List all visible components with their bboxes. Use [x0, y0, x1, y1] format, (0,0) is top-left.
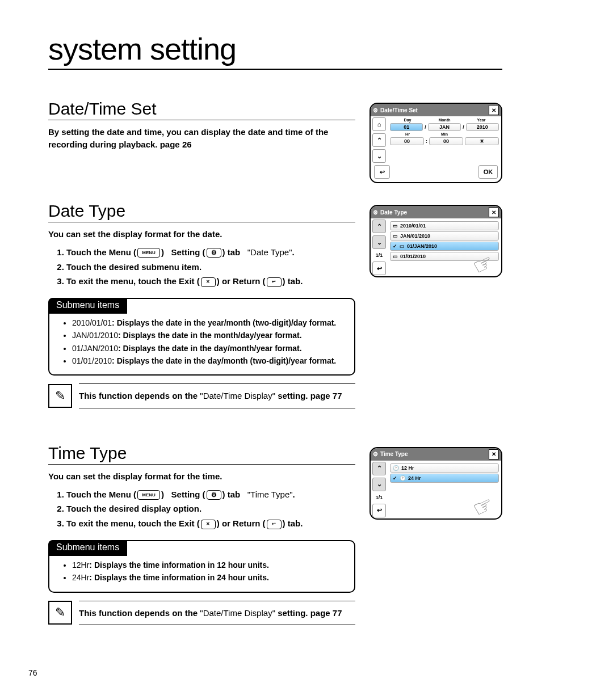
- close-icon[interactable]: ✕: [489, 449, 499, 459]
- lcd-time-type: ⚙Time Type ✕ ⌃ ⌄ 1/1 ↩ 🕐12 Hr ✓🕐24 Hr: [370, 447, 502, 520]
- page-indicator: 1/1: [371, 492, 388, 503]
- gear-icon: ⚙: [373, 451, 378, 457]
- date-type-note: This function depends on the "Date/Time …: [79, 383, 355, 408]
- close-icon[interactable]: ✕: [489, 105, 499, 115]
- exit-icon: ✕: [201, 277, 216, 287]
- page-title: system setting: [48, 31, 502, 70]
- heading-date-type: Date Type: [48, 201, 355, 222]
- time-type-steps: Touch the Menu (MENU) Setting (⚙) tab "T…: [48, 488, 355, 530]
- up-button[interactable]: ⌃: [372, 133, 386, 147]
- lcd-datetime-set: ⚙Date/Time Set ✕ ⌂ ⌃ ⌄ DayMonthYear 01/ …: [370, 103, 502, 183]
- gear-icon: ⚙: [373, 107, 378, 113]
- close-icon[interactable]: ✕: [489, 207, 499, 217]
- down-button[interactable]: ⌄: [372, 478, 386, 491]
- heading-datetime-set: Date/Time Set: [48, 99, 355, 120]
- up-button[interactable]: ⌃: [372, 462, 386, 475]
- menu-icon: MENU: [137, 490, 160, 500]
- page-indicator: 1/1: [371, 250, 388, 260]
- submenu-label: Submenu items: [48, 298, 127, 314]
- ok-button[interactable]: OK: [478, 165, 498, 179]
- list-item[interactable]: ✓▭01/JAN/2010: [390, 242, 499, 251]
- page-number: 76: [28, 668, 37, 671]
- time-type-note: This function depends on the "Date/Time …: [79, 601, 355, 626]
- field-day[interactable]: 01: [390, 123, 423, 131]
- date-type-intro: You can set the display format for the d…: [48, 228, 355, 241]
- note-icon: ✎: [48, 384, 72, 408]
- return-icon: ↩: [267, 277, 282, 287]
- list-item[interactable]: ▭JAN/01/2010: [390, 231, 499, 241]
- return-button[interactable]: ↩: [372, 262, 386, 275]
- field-hr[interactable]: 00: [390, 137, 424, 145]
- gear-icon: ⚙: [207, 490, 221, 500]
- down-button[interactable]: ⌄: [372, 235, 386, 249]
- list-item[interactable]: ▭01/01/2010: [390, 252, 499, 261]
- list-item[interactable]: ▭2010/01/01: [390, 221, 499, 230]
- down-button[interactable]: ⌄: [372, 149, 386, 163]
- return-icon: ↩: [267, 520, 282, 529]
- list-item[interactable]: 🕐12 Hr: [390, 463, 499, 473]
- submenu-label: Submenu items: [48, 540, 127, 556]
- field-year[interactable]: 2010: [466, 123, 499, 131]
- dst-button[interactable]: ☀: [465, 137, 499, 145]
- note-icon: ✎: [48, 601, 72, 625]
- up-button[interactable]: ⌃: [372, 220, 386, 233]
- home-button[interactable]: ⌂: [372, 117, 386, 131]
- datetime-set-body: By setting the date and time, you can di…: [48, 126, 355, 151]
- exit-icon: ✕: [201, 520, 216, 529]
- time-type-intro: You can set the display format for the t…: [48, 470, 355, 483]
- lcd-date-type: ⚙Date Type ✕ ⌃ ⌄ 1/1 ↩ ▭2010/01/01 ▭JAN/…: [370, 205, 502, 277]
- field-month[interactable]: JAN: [428, 123, 461, 131]
- date-type-submenu-box: Submenu items 2010/01/01: Displays the d…: [48, 298, 355, 376]
- list-item[interactable]: ✓🕐24 Hr: [390, 474, 499, 483]
- date-type-steps: Touch the Menu (MENU) Setting (⚙) tab "D…: [48, 246, 355, 288]
- return-button[interactable]: ↩: [372, 504, 386, 517]
- gear-icon: ⚙: [207, 248, 221, 258]
- menu-icon: MENU: [137, 248, 160, 258]
- heading-time-type: Time Type: [48, 444, 355, 465]
- return-button[interactable]: ↩: [374, 165, 390, 179]
- field-min[interactable]: 00: [429, 137, 463, 145]
- time-type-submenu-box: Submenu items 12Hr: Displays the time in…: [48, 540, 355, 593]
- gear-icon: ⚙: [373, 209, 378, 216]
